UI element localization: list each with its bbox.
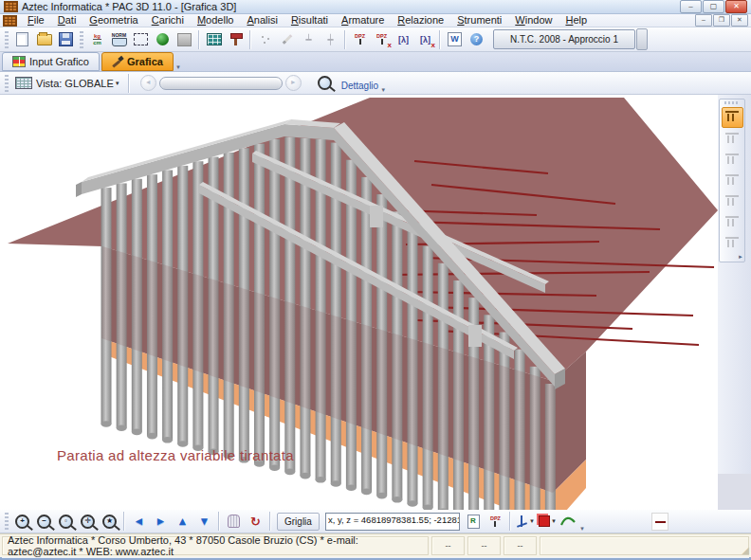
- chevron-down-icon[interactable]: ▼: [529, 518, 535, 524]
- dettaglio-label[interactable]: Dettaglio: [341, 81, 378, 91]
- view-structure-6-button[interactable]: [723, 213, 742, 232]
- arrow-down-icon: ▼: [199, 515, 211, 528]
- view-structure-2-button[interactable]: [723, 130, 742, 149]
- close-button[interactable]: ✕: [725, 0, 747, 13]
- toolbar-grip[interactable]: [5, 31, 9, 48]
- menu-strumenti[interactable]: Strumenti: [450, 14, 508, 27]
- orbit-button[interactable]: ↻: [245, 512, 266, 532]
- normative-approach-combobox[interactable]: N.T.C. 2008 - Approccio 1: [493, 29, 635, 49]
- menu-modello[interactable]: Modello: [191, 14, 241, 27]
- toolbar-grip[interactable]: [724, 101, 740, 104]
- menu-help[interactable]: Help: [559, 14, 594, 27]
- diagram-dpz-delete-button[interactable]: DPZ x: [371, 29, 393, 49]
- menu-relazione[interactable]: Relazione: [391, 14, 450, 27]
- animation-slider[interactable]: [159, 77, 283, 90]
- tables-button[interactable]: [203, 29, 225, 49]
- menu-armature[interactable]: Armature: [335, 14, 391, 27]
- tab-grafica[interactable]: Grafica: [101, 52, 174, 71]
- dpz-button[interactable]: DPZ: [485, 512, 506, 532]
- dpz-diagram-delete-icon: DPZ: [376, 34, 389, 45]
- toolbar-grip[interactable]: [5, 75, 9, 92]
- material-button[interactable]: [152, 29, 174, 49]
- toolbar-separator: [218, 512, 220, 531]
- zoom-dynamic-button[interactable]: ★: [99, 512, 120, 532]
- menu-geometria[interactable]: Geometria: [82, 14, 144, 27]
- menu-window[interactable]: Window: [508, 14, 559, 27]
- vista-selector[interactable]: Vista: GLOBALE: [36, 78, 114, 89]
- toolbar-overflow-button[interactable]: ▼: [380, 87, 386, 93]
- background-button[interactable]: [174, 29, 195, 49]
- chart-button[interactable]: ┷: [298, 29, 320, 49]
- diagram-section-button[interactable]: [λ]: [393, 29, 414, 49]
- chart-icon: ┷: [305, 34, 311, 45]
- open-file-button[interactable]: [33, 29, 55, 49]
- save-file-button[interactable]: [55, 29, 77, 49]
- step-back-button[interactable]: ◄: [140, 75, 156, 91]
- coordinates-readout: x, y, z = 46818978381.55; -212813: [325, 513, 460, 531]
- view-structure-4-button[interactable]: [723, 172, 742, 190]
- pencil-icon: [282, 34, 292, 45]
- zoom-out-icon: −: [37, 515, 51, 529]
- detail-magnifier-icon[interactable]: [318, 76, 332, 90]
- view-structure-3-button[interactable]: [723, 151, 742, 170]
- selection-button[interactable]: [130, 29, 152, 49]
- units-kgcm-icon: kgcm: [93, 33, 101, 45]
- pile-tool-button[interactable]: [225, 29, 247, 49]
- chevron-down-icon[interactable]: ▼: [551, 518, 557, 524]
- draw-button[interactable]: [276, 29, 298, 49]
- new-file-button[interactable]: [11, 29, 33, 49]
- menu-dati[interactable]: Dati: [51, 14, 83, 27]
- mdi-restore-button[interactable]: ❐: [713, 14, 730, 27]
- graphics-3d-canvas[interactable]: Paratia ad altezza variabile tirantata ►: [0, 95, 751, 510]
- axes-button[interactable]: ▼: [514, 512, 536, 532]
- menu-file[interactable]: File: [21, 14, 51, 27]
- zoom-window-icon: ▫: [59, 515, 73, 529]
- mdi-minimize-button[interactable]: –: [695, 14, 712, 27]
- pan-right-button[interactable]: ►: [150, 512, 172, 532]
- smooth-curve-button[interactable]: [558, 512, 579, 532]
- toolbar-grip[interactable]: [80, 31, 83, 48]
- menu-analisi[interactable]: Analisi: [240, 14, 284, 27]
- view-structure-5-button[interactable]: [723, 192, 742, 211]
- color-indicator: [651, 513, 669, 531]
- resize-grip[interactable]: ◢: [742, 545, 749, 555]
- status-pane-a: --: [431, 536, 465, 555]
- view-full-structure-button[interactable]: [722, 107, 743, 128]
- tab-input-grafico[interactable]: Input Grafico: [2, 52, 100, 71]
- units-button[interactable]: kgcm: [86, 29, 108, 49]
- add-section-button[interactable]: ┿: [320, 29, 341, 49]
- normative-button[interactable]: NORM: [108, 29, 130, 49]
- render-mode-button[interactable]: ▼: [536, 512, 558, 532]
- points-button[interactable]: [254, 29, 276, 49]
- mdi-close-button[interactable]: ✕: [731, 14, 748, 27]
- menu-carichi[interactable]: Carichi: [145, 14, 191, 27]
- zoom-out-button[interactable]: −: [33, 512, 55, 532]
- step-forward-button[interactable]: ►: [285, 75, 302, 91]
- zoom-in-button[interactable]: +: [11, 512, 33, 532]
- maximize-button[interactable]: ▢: [703, 0, 724, 13]
- minimize-button[interactable]: –: [680, 0, 702, 13]
- report-button[interactable]: [463, 512, 485, 532]
- dock-corner: [718, 474, 751, 510]
- view-structure-7-button[interactable]: [723, 234, 742, 253]
- diagram-dpz-button[interactable]: DPZ: [349, 29, 371, 49]
- pan-left-button[interactable]: ◄: [128, 512, 150, 532]
- griglia-toggle-button[interactable]: Griglia: [277, 513, 320, 531]
- combobox-scroll[interactable]: [636, 28, 648, 50]
- toolbar-overflow-button[interactable]: ▼: [579, 526, 585, 532]
- toolbar-overflow-button[interactable]: ►: [738, 254, 743, 260]
- zoom-extents-button[interactable]: ✛: [77, 512, 99, 532]
- pan-down-button[interactable]: ▼: [193, 512, 215, 532]
- menu-risultati[interactable]: Risultati: [284, 14, 335, 27]
- help-button[interactable]: ?: [466, 29, 487, 49]
- zoom-window-button[interactable]: ▫: [55, 512, 77, 532]
- pan-up-button[interactable]: ▲: [172, 512, 193, 532]
- brush-icon: [112, 56, 123, 67]
- report-word-button[interactable]: W: [444, 29, 466, 49]
- tab-overflow-button[interactable]: ▼: [175, 64, 181, 70]
- red-line-swatch: [655, 521, 666, 523]
- chevron-down-icon[interactable]: ▼: [115, 81, 120, 86]
- pan-hand-button[interactable]: [223, 512, 245, 532]
- diagram-section-delete-button[interactable]: [λ] x: [414, 29, 436, 49]
- toolbar-grip[interactable]: [5, 513, 9, 530]
